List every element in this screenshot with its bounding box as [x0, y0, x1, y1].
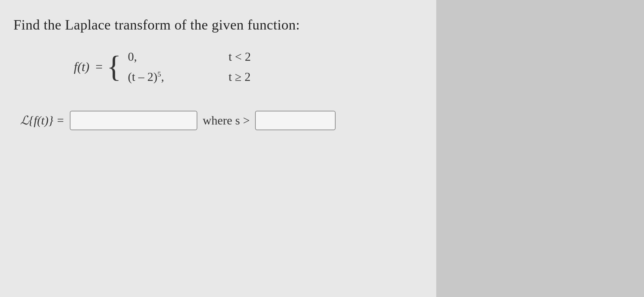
case2-base: (t – 2): [128, 70, 157, 84]
function-label: f(t): [74, 59, 89, 74]
left-brace: {: [107, 52, 121, 82]
laplace-label: ℒ{f(t)} =: [20, 113, 64, 128]
case-2-expr: (t – 2)5,: [128, 70, 195, 84]
content-panel: Find the Laplace transform of the given …: [0, 0, 436, 297]
laplace-script: ℒ{f(t)}: [20, 114, 53, 127]
where-text: where s >: [203, 113, 250, 128]
cases-conditions: t < 2 t ≥ 2: [229, 50, 251, 84]
condition-2: t ≥ 2: [229, 70, 251, 84]
right-panel: [436, 0, 644, 297]
case2-exponent: 5: [157, 70, 161, 78]
piecewise-function: f(t) = { 0, (t – 2)5, t < 2 t ≥ 2: [74, 50, 416, 84]
answer-section: ℒ{f(t)} = where s >: [20, 111, 416, 130]
case-1-expr: 0,: [128, 50, 195, 64]
equals-sign: =: [95, 59, 102, 74]
cases-expressions: 0, (t – 2)5,: [128, 50, 195, 84]
condition-1: t < 2: [229, 50, 251, 64]
laplace-answer-input[interactable]: [70, 111, 197, 130]
page-title: Find the Laplace transform of the given …: [13, 17, 416, 33]
condition-answer-input[interactable]: [255, 111, 336, 130]
case2-comma: ,: [161, 70, 164, 84]
